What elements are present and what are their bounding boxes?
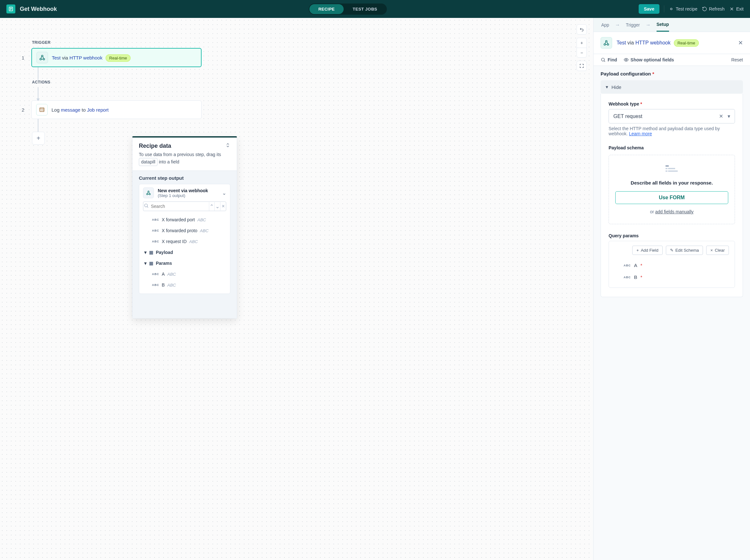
object-icon: ▦ (149, 250, 153, 255)
next-button[interactable]: ⌄ (214, 202, 220, 211)
pencil-icon: ✎ (670, 248, 673, 253)
arrow-icon: → (615, 22, 620, 28)
tab-recipe[interactable]: RECIPE (310, 4, 344, 14)
output-sub: (Step 1 output) (158, 193, 208, 198)
close-panel-button[interactable]: ✕ (738, 39, 743, 46)
prev-button[interactable]: ⌃ (209, 202, 215, 211)
action-step-text: Log message to Job report (52, 107, 108, 113)
schema-desc: Describe all fields in your response. (615, 180, 728, 185)
datapill-search: ⌃ ⌄ × (143, 201, 226, 211)
svg-point-13 (146, 194, 148, 195)
test-recipe-button[interactable]: Test recipe (669, 6, 697, 12)
svg-line-17 (147, 206, 148, 207)
svg-rect-26 (668, 168, 675, 169)
datapill-item[interactable]: ABC X request ID ABC (143, 236, 226, 247)
svg-point-7 (40, 59, 42, 60)
config-tabs: App → Trigger → Setup (594, 18, 750, 32)
realtime-badge: Real-time (674, 39, 699, 47)
object-icon: ▦ (149, 261, 153, 266)
type-abc-icon: ABC (152, 218, 159, 221)
datapill-item[interactable]: ABC X forwarded proto ABC (143, 225, 226, 236)
reset-button[interactable]: Reset (731, 57, 743, 62)
webhook-type-label: Webhook type * (609, 101, 735, 106)
refresh-label: Refresh (709, 6, 725, 12)
query-params-label: Query params (609, 233, 735, 238)
show-optional-button[interactable]: Show optional fields (624, 57, 674, 62)
collapse-toggle[interactable]: ▾ Hide (600, 80, 743, 94)
add-field-button[interactable]: +Add Field (632, 246, 663, 255)
fit-button[interactable] (577, 61, 587, 71)
exit-button[interactable]: Exit (729, 6, 744, 12)
step-number: 2 (19, 107, 27, 113)
webhook-icon (37, 52, 48, 63)
caret-down-icon: ▾ (144, 250, 146, 255)
datapill-chip: datapill (139, 158, 157, 166)
payload-schema-box: Describe all fields in your response. Us… (609, 155, 735, 224)
type-abc-icon: ABC (152, 229, 159, 232)
search-icon (143, 203, 149, 209)
datapill-item[interactable]: ABC X forwarded port ABC (143, 214, 226, 225)
output-title: New event via webhook (158, 188, 208, 193)
svg-text:LOG: LOG (41, 109, 44, 111)
zoom-out-button[interactable]: − (577, 48, 587, 57)
actions-section-label: ACTIONS (32, 80, 202, 84)
expand-icon[interactable] (225, 143, 230, 149)
log-icon: LOG (36, 104, 48, 116)
type-abc-icon: ABC (624, 276, 631, 279)
output-source-toggle[interactable]: New event via webhook (Step 1 output) ⌄ (139, 184, 230, 201)
popover-title: Recipe data (139, 143, 171, 149)
datapill-item[interactable]: ABC B ABC (143, 280, 226, 291)
connector-line (38, 119, 38, 132)
zoom-in-button[interactable]: + (577, 38, 587, 48)
realtime-badge: Real-time (105, 54, 131, 62)
search-input[interactable] (149, 202, 209, 211)
svg-point-21 (601, 58, 605, 61)
tab-app[interactable]: App (601, 19, 609, 31)
svg-rect-27 (666, 171, 668, 172)
datapill-tree: ABC X forwarded port ABC ABC X forwarded… (139, 213, 230, 294)
webhook-icon (600, 37, 612, 48)
refresh-button[interactable]: Refresh (702, 6, 725, 12)
config-head-text: Test via HTTP webhook Real-time (616, 40, 699, 46)
svg-rect-24 (666, 165, 669, 167)
svg-point-16 (144, 204, 147, 207)
recipe-canvas[interactable]: + − TRIGGER 1 Test via (0, 18, 593, 560)
clear-search-button[interactable]: × (220, 202, 226, 211)
clear-select-icon[interactable]: ✕ (719, 113, 723, 119)
query-param-row[interactable]: ABC A* (615, 259, 729, 271)
tab-test-jobs[interactable]: TEST JOBS (344, 4, 386, 14)
action-step-card[interactable]: LOG Log message to Job report (31, 100, 202, 119)
webhook-type-help: Select the HTTP method and payload data … (609, 126, 735, 136)
trigger-step-card[interactable]: Test via HTTP webhook Real-time (31, 48, 202, 67)
clear-button[interactable]: ×Clear (706, 246, 729, 255)
datapill-item[interactable]: ABC A ABC (143, 269, 226, 280)
popover-desc: To use data from a previous step, drag i… (139, 151, 230, 166)
edit-schema-button[interactable]: ✎Edit Schema (666, 246, 703, 255)
recipe-data-popover: Recipe data To use data from a previous … (132, 136, 237, 319)
add-fields-manually-link[interactable]: add fields manually (655, 209, 694, 214)
svg-point-4 (670, 8, 672, 9)
svg-line-22 (604, 61, 605, 62)
chevron-down-icon: ⌄ (222, 190, 226, 196)
plus-icon: + (636, 248, 639, 253)
tab-setup[interactable]: Setup (656, 18, 669, 32)
undo-button[interactable] (577, 25, 587, 34)
use-form-button[interactable]: Use FORM (615, 191, 728, 204)
config-panel: App → Trigger → Setup Test via HTTP webh… (593, 18, 750, 560)
learn-more-link[interactable]: Learn more (629, 131, 652, 136)
webhook-type-select[interactable]: GET request ✕ ▾ (609, 109, 735, 123)
save-button[interactable]: Save (639, 4, 659, 14)
find-button[interactable]: Find (600, 57, 617, 62)
svg-rect-25 (666, 168, 668, 169)
type-abc-icon: ABC (152, 283, 159, 286)
caret-down-icon[interactable]: ▾ (728, 113, 730, 119)
page-title: Get Webhook (20, 6, 57, 13)
divider (664, 5, 664, 13)
trigger-step-text: Test via HTTP webhook Real-time (52, 55, 131, 60)
datapill-group[interactable]: ▾ ▦ Payload (143, 247, 226, 258)
canvas-controls: + − (577, 24, 587, 71)
tab-trigger[interactable]: Trigger (626, 19, 640, 31)
datapill-group[interactable]: ▾ ▦ Params (143, 258, 226, 269)
query-param-row[interactable]: ABC B* (615, 271, 729, 283)
add-step-button[interactable]: + (32, 132, 45, 144)
